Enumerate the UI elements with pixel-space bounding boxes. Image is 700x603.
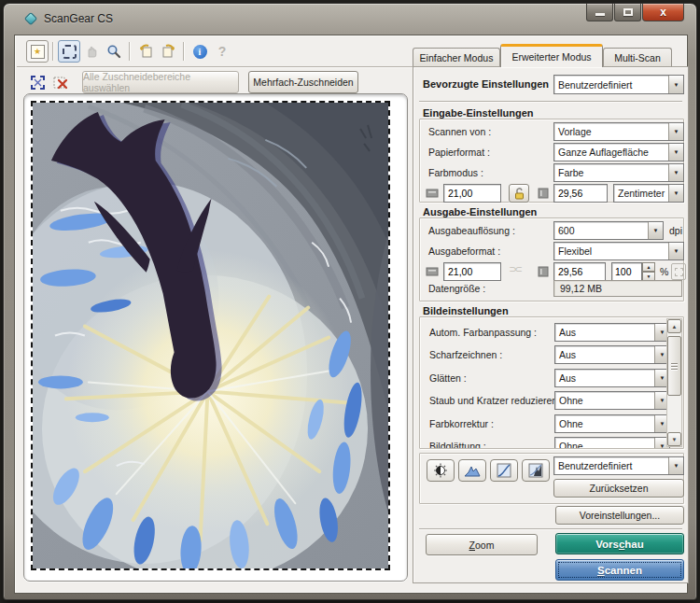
rotate-right-button[interactable] (157, 40, 179, 63)
app-window: ScanGear CS x ★ (3, 3, 697, 600)
chevron-down-icon: ▼ (668, 76, 683, 93)
crop-size-button[interactable] (671, 263, 686, 280)
output-settings-header: Ausgabe-Einstellungen (423, 206, 537, 217)
output-format-select[interactable]: Flexibel▼ (553, 242, 684, 260)
chevron-down-icon: ▼ (668, 185, 683, 202)
rotate-left-icon (138, 44, 154, 59)
zoom-tool-button[interactable] (103, 40, 125, 63)
favorites-select[interactable]: Benutzerdefiniert▼ (553, 75, 684, 94)
aspect-lock-button[interactable] (509, 184, 529, 203)
dpi-label: dpi (669, 225, 682, 236)
output-height-field[interactable] (553, 262, 606, 281)
color-mode-label: Farbmodus : (428, 167, 483, 178)
preview-canvas[interactable] (33, 103, 388, 568)
unsharp-mask-label: Scharfzeichnen : (429, 349, 502, 360)
grain-correction-select[interactable]: Ohne▼ (554, 437, 670, 449)
info-button[interactable]: i (189, 40, 211, 63)
unit-select[interactable]: Zentimeter▼ (613, 184, 684, 203)
minimize-button[interactable] (586, 4, 613, 21)
chevron-down-icon: ▼ (668, 243, 683, 259)
chevron-down-icon: ▼ (668, 144, 683, 161)
favorites-label: Bevorzugte Einstellungen (423, 78, 549, 90)
scroll-down-icon[interactable]: ▼ (667, 432, 681, 446)
rotate-right-icon (161, 44, 176, 59)
close-button[interactable]: x (642, 4, 684, 21)
image-settings-scrollbar[interactable]: ▲ ▼ (666, 318, 682, 447)
spin-up-icon[interactable]: ▲ (642, 262, 655, 272)
thumbnail-view-button[interactable]: ★ (26, 40, 49, 63)
fading-correction-select[interactable]: Ohne▼ (554, 414, 670, 433)
scale-field[interactable] (611, 262, 642, 281)
auto-tone-select[interactable]: Aus▼ (554, 323, 670, 342)
magnifier-icon (106, 44, 121, 59)
select-all-crops-button[interactable]: Alle Zuschneidebereiche auswählen (82, 71, 239, 93)
tab-einfacher-modus[interactable]: Einfacher Modus (413, 48, 500, 67)
paper-size-label: Papierformat : (428, 147, 490, 158)
input-width-field[interactable] (443, 184, 501, 203)
scan-source-label: Scannen von : (428, 126, 491, 137)
divider (419, 528, 682, 530)
final-review-button[interactable] (522, 459, 550, 482)
tab-erweiterter-modus[interactable]: Erweiterter Modus (500, 44, 603, 67)
tone-preset-select[interactable]: Benutzerdefiniert▼ (553, 456, 684, 475)
multi-crop-button[interactable]: Mehrfach-Zuschneiden (248, 71, 358, 93)
minimize-icon (595, 13, 605, 16)
input-height-field[interactable] (553, 184, 608, 203)
tone-curve-button[interactable] (490, 459, 518, 482)
move-tool-button[interactable] (80, 40, 103, 63)
window-title: ScanGear CS (44, 12, 113, 25)
adjust-crop-button[interactable] (26, 71, 49, 93)
toolbar-separator (52, 42, 54, 61)
preview-button[interactable]: Vorschau (555, 533, 684, 554)
scale-spinner[interactable]: ▲ ▼ (611, 262, 655, 281)
app-icon (24, 12, 37, 25)
preview-panel (23, 93, 408, 582)
histogram-icon (464, 464, 481, 477)
histogram-button[interactable] (458, 459, 486, 482)
output-resolution-select[interactable]: 600▼ (553, 221, 664, 240)
maximize-button[interactable] (614, 4, 641, 21)
divider (419, 101, 682, 103)
output-resolution-label: Ausgabeauflösung : (428, 225, 515, 236)
advanced-mode-page: Bevorzugte Einstellungen Benutzerdefinie… (413, 66, 689, 583)
image-settings-list: Autom. Farbanpassung : Aus▼ Scharfzeichn… (419, 316, 684, 449)
crop-delete-icon (52, 75, 68, 91)
dialog-client-area: ★ i ? (14, 35, 688, 594)
brightness-contrast-button[interactable] (427, 459, 455, 482)
scrollbar-thumb[interactable] (667, 336, 681, 396)
preferences-button[interactable]: Voreinstellungen... (555, 506, 684, 525)
thumbnail-icon: ★ (31, 45, 45, 59)
descreen-select[interactable]: Aus▼ (554, 369, 670, 387)
crop-marquee-icon (63, 45, 77, 59)
scroll-up-icon[interactable]: ▲ (667, 319, 681, 333)
threshold-curve-icon (528, 463, 543, 478)
crop-tool-button[interactable] (58, 40, 80, 63)
help-button[interactable]: ? (211, 40, 233, 63)
dust-scratch-select[interactable]: Ohne▼ (554, 391, 670, 410)
dust-scratch-label: Staub und Kratzer reduzieren : (429, 395, 563, 406)
crop-frame-icon (30, 75, 46, 91)
auto-tone-label: Autom. Farbanpassung : (429, 327, 537, 338)
paper-size-select[interactable]: Ganze Auflagefläche▼ (553, 143, 684, 161)
zoom-button[interactable]: Zoom (426, 534, 538, 555)
unsharp-mask-select[interactable]: Aus▼ (554, 345, 670, 364)
descreen-label: Glätten : (429, 372, 467, 384)
reset-button[interactable]: Zurücksetzen (553, 479, 684, 498)
tone-curve-icon (497, 463, 511, 478)
toolbar-divider (17, 66, 413, 68)
color-mode-select[interactable]: Farbe▼ (553, 163, 684, 182)
scan-source-select[interactable]: Vorlage▼ (553, 122, 684, 141)
width-icon (426, 188, 439, 199)
rotate-left-button[interactable] (134, 40, 157, 63)
scan-button[interactable]: Scannen (555, 559, 684, 581)
chevron-down-icon: ▼ (668, 457, 683, 474)
close-icon: x (643, 6, 683, 19)
title-bar: ScanGear CS x (4, 4, 696, 33)
output-width-field[interactable] (443, 262, 501, 281)
data-size-label: Datengröße : (428, 283, 485, 294)
delete-crop-button[interactable] (49, 71, 71, 93)
output-format-label: Ausgabeformat : (428, 245, 500, 257)
crop-toolbar: Alle Zuschneidebereiche auswählen Mehrfa… (26, 70, 358, 94)
tab-multi-scan[interactable]: Multi-Scan (603, 48, 672, 67)
chevron-down-icon: ▼ (648, 222, 663, 239)
